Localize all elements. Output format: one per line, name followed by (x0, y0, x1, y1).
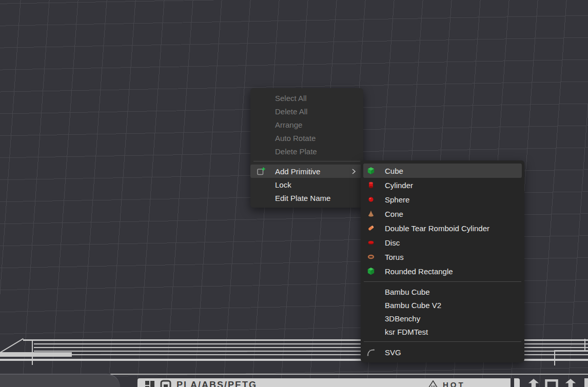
plate-arrow-up-icon (526, 379, 541, 387)
menu-item-bambu-cube[interactable]: Bambu Cube (361, 285, 524, 298)
menu-item-arrange[interactable]: Arrange (250, 118, 363, 131)
plate-square-outline-icon (543, 379, 560, 387)
chevron-right-icon (350, 168, 357, 175)
menu-item-select-all[interactable]: Select All (250, 91, 363, 105)
torus-icon (365, 252, 377, 261)
rounded-rectangle-icon (365, 267, 377, 276)
menu-item-label: Sphere (385, 195, 518, 204)
disc-icon (365, 238, 377, 247)
menu-item-label: ksr FDMTest (385, 328, 518, 336)
menu-item-ksr-fdmtest[interactable]: ksr FDMTest (361, 325, 524, 338)
menu-item-label: 3DBenchy (385, 314, 518, 323)
plate-type-icon (160, 380, 171, 387)
context-menu: Select AllDelete AllArrangeAuto RotateDe… (250, 88, 363, 208)
add-primitive-submenu: CubeCylinderSphereConeDouble Tear Romboi… (361, 160, 524, 362)
menu-item-label: Auto Rotate (275, 134, 357, 142)
menu-item-label: Cone (385, 210, 518, 218)
plate-corner-marker (554, 350, 588, 351)
menu-item-label: Double Tear Romboid Cylinder (385, 224, 518, 233)
icon-spacer (256, 147, 267, 156)
menu-item-svg[interactable]: SVG (361, 345, 524, 359)
menu-separator (253, 161, 360, 161)
menu-item-add-primitive[interactable]: Add Primitive (250, 165, 363, 178)
menu-item-label: Cube (385, 167, 516, 175)
menu-separator (364, 341, 521, 342)
icon-spacer (256, 133, 267, 142)
plate-glyph-partial (584, 378, 588, 387)
icon-spacer (256, 93, 267, 103)
hot-surface-warning-icon (427, 380, 439, 387)
menu-item-cube[interactable]: Cube (363, 164, 522, 178)
icon-spacer (365, 300, 377, 310)
menu-item-rounded-rectangle[interactable]: Rounded Rectangle (361, 264, 524, 278)
icon-spacer (256, 107, 267, 116)
plate-bar-notch (511, 378, 514, 387)
plate-hot-label: HOT (443, 380, 465, 387)
icon-spacer (256, 193, 267, 202)
plate-material-label: PLA/ABS/PETG (177, 380, 257, 387)
menu-item-bambu-cube-v2[interactable]: Bambu Cube V2 (361, 298, 524, 312)
menu-item-lock[interactable]: Lock (250, 178, 363, 191)
menu-item-double-tear-romboid-cylinder[interactable]: Double Tear Romboid Cylinder (361, 221, 524, 235)
menu-item-label: Rounded Rectangle (385, 267, 518, 276)
plate-corner-marker (554, 350, 555, 365)
menu-item-label: Cylinder (385, 181, 518, 190)
menu-item-label: Arrange (275, 120, 357, 129)
menu-item-disc[interactable]: Disc (361, 235, 524, 250)
bambu-logo-icon (145, 380, 156, 387)
menu-item-edit-plate-name[interactable]: Edit Plate Name (250, 191, 363, 205)
icon-spacer (256, 180, 267, 189)
plate-corner-marker (584, 339, 585, 351)
double-tear-romboid-cylinder-icon (365, 223, 377, 233)
menu-item-delete-plate[interactable]: Delete Plate (250, 145, 363, 158)
cylinder-icon (365, 180, 377, 190)
menu-item-delete-all[interactable]: Delete All (250, 105, 363, 118)
menu-item-label: Select All (275, 94, 357, 103)
menu-item-label: Lock (275, 180, 357, 189)
menu-separator (364, 281, 521, 282)
plate-label-bar: PLA/ABS/PETG HOT (138, 378, 520, 387)
plate-lower-line (110, 374, 588, 375)
icon-spacer (256, 120, 267, 129)
menu-item-cone[interactable]: Cone (361, 207, 524, 221)
icon-spacer (365, 314, 377, 323)
menu-item-auto-rotate[interactable]: Auto Rotate (250, 131, 363, 145)
menu-item-label: Disc (385, 238, 518, 247)
viewport: PLA/ABS/PETG HOT Select AllDelete AllArr… (0, 0, 588, 387)
menu-item-label: Edit Plate Name (275, 194, 357, 202)
menu-item-torus[interactable]: Torus (361, 250, 524, 264)
menu-item-label: Delete All (275, 107, 357, 116)
menu-item-sphere[interactable]: Sphere (361, 192, 524, 207)
cube-icon (365, 166, 377, 175)
menu-item-label: SVG (385, 348, 518, 357)
plate-handle-tab (0, 374, 120, 387)
plate-arrow-up-icon (563, 379, 578, 387)
menu-item-3dbenchy[interactable]: 3DBenchy (361, 312, 524, 325)
menu-item-label: Bambu Cube (385, 288, 518, 296)
svg-curve-icon (365, 348, 377, 357)
icon-spacer (365, 327, 377, 336)
menu-item-label: Torus (385, 253, 518, 261)
menu-item-label: Add Primitive (275, 167, 350, 176)
sphere-icon (365, 195, 377, 204)
add-primitive-icon (256, 167, 267, 176)
cone-icon (365, 209, 377, 218)
menu-item-cylinder[interactable]: Cylinder (361, 178, 524, 192)
icon-spacer (365, 287, 377, 296)
menu-item-label: Bambu Cube V2 (385, 301, 518, 310)
menu-item-label: Delete Plate (275, 147, 357, 156)
